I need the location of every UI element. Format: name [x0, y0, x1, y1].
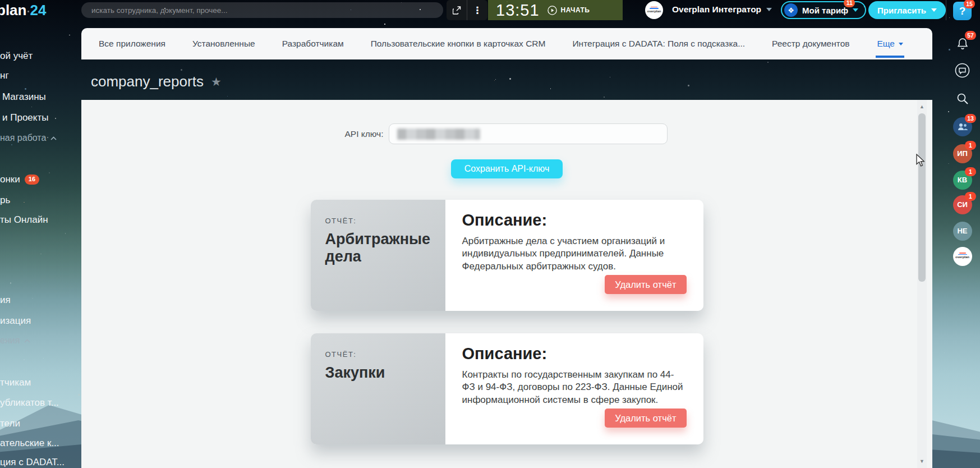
- sidebar-item-telephony[interactable]: ия: [0, 295, 11, 306]
- play-icon: [547, 6, 557, 15]
- page-title-row: company_reports ★: [91, 73, 222, 90]
- chat-contact-ne[interactable]: НЕ: [953, 221, 972, 241]
- worktime-start-label: НАЧАТЬ: [561, 6, 590, 14]
- sidebar-item-calls[interactable]: онки 16: [0, 174, 39, 185]
- overplan-logo-text: overplan: [955, 255, 969, 259]
- topbar-menu-button[interactable]: ⋮: [467, 0, 487, 20]
- api-key-input[interactable]: [389, 123, 668, 144]
- global-search-input[interactable]: [81, 2, 443, 18]
- brand-logo-text: plan: [0, 2, 26, 19]
- sidebar-section-apps[interactable]: ения: [0, 336, 30, 346]
- brand-logo[interactable]: plan24: [0, 2, 46, 19]
- topbar-action-buttons: ⋮: [447, 0, 487, 20]
- my-tariff-button[interactable]: ❖ Мой тариф 11: [781, 1, 866, 19]
- people-icon: [957, 122, 968, 131]
- search-icon: [956, 92, 969, 105]
- save-api-key-button[interactable]: Сохранить API-ключ: [451, 159, 563, 178]
- contact-badge: 1: [965, 167, 976, 176]
- sidebar-section-collab[interactable]: ная работа: [0, 133, 57, 143]
- sidebar-item-automation[interactable]: изация: [0, 315, 31, 327]
- chat-contact-kv[interactable]: КВ 1: [953, 170, 972, 190]
- sidebar-item-marketing[interactable]: нг: [0, 70, 9, 81]
- report-description-heading: Описание:: [462, 211, 687, 230]
- sidebar-item-dadata[interactable]: ция с DADAT...: [0, 457, 65, 468]
- worktime-start-button[interactable]: НАЧАТЬ: [547, 6, 590, 15]
- top-bar: plan24 ⋮ 13:51 НАЧАТЬ: [0, 0, 980, 20]
- notifications-button[interactable]: 57: [953, 34, 972, 53]
- report-title: Закупки: [325, 364, 431, 382]
- favorite-star-icon[interactable]: ★: [211, 76, 222, 88]
- scroll-up-arrow[interactable]: ▲: [917, 102, 927, 111]
- tab-developers[interactable]: Разработчикам: [282, 28, 344, 59]
- report-description: Контракты по государственным закупкам по…: [462, 369, 687, 406]
- chat-contact-overplan[interactable]: overplan: [953, 246, 972, 266]
- sidebar-item-shops[interactable]: Магазины: [2, 91, 46, 103]
- tab-dadata[interactable]: Интеграция с DADATA: Поля с подсказка...: [572, 28, 745, 59]
- sidebar-item-duplicates[interactable]: убликатов т...: [0, 397, 59, 409]
- report-card-right: Описание: Контракты по государственным з…: [445, 333, 703, 444]
- sidebar-item-developers[interactable]: тчикам: [0, 377, 31, 388]
- scroll-down-arrow[interactable]: ▼: [917, 457, 927, 466]
- report-kicker: ОТЧЁТ:: [325, 217, 431, 225]
- page-title: company_reports: [91, 73, 204, 90]
- external-link-icon: [453, 6, 461, 15]
- chevron-down-icon: [853, 8, 858, 12]
- my-tariff-label: Мой тариф: [802, 6, 848, 15]
- app-window: plan24 ⋮ 13:51 НАЧАТЬ: [0, 0, 980, 468]
- chevron-up-icon: [50, 136, 57, 140]
- sidebar-item-calendar[interactable]: рь: [0, 195, 10, 206]
- chevron-down-icon: [931, 8, 937, 12]
- sidebar-item-projects[interactable]: и Проекты: [2, 112, 48, 123]
- delete-report-button[interactable]: Удалить отчёт: [605, 409, 686, 428]
- search-button[interactable]: [953, 89, 972, 108]
- invite-button[interactable]: Пригласить: [868, 1, 946, 19]
- open-in-new-window-button[interactable]: [447, 0, 467, 20]
- messenger-button[interactable]: [953, 61, 972, 80]
- sidebar-item-customers[interactable]: тели: [0, 418, 20, 429]
- contact-badge: 1: [965, 141, 976, 150]
- tab-custom-buttons[interactable]: Пользовательские кнопки в карточках CRM: [371, 28, 546, 59]
- employees-button[interactable]: 13: [953, 117, 972, 136]
- sidebar-counter-badge: 16: [25, 175, 39, 184]
- chat-bubble-icon: [955, 63, 970, 78]
- panel-scrollbar[interactable]: ▲ ▼: [917, 100, 927, 468]
- overplan-logo-text: overplan: [647, 9, 661, 13]
- worktime-widget[interactable]: 13:51 НАЧАТЬ: [488, 0, 623, 20]
- brand-logo-accent: 24: [30, 2, 46, 19]
- chevron-down-icon: [766, 8, 772, 11]
- avatar: overplan: [953, 247, 972, 266]
- tab-all-apps[interactable]: Все приложения: [99, 28, 165, 59]
- report-title: Арбитражные дела: [325, 231, 431, 265]
- tab-doc-registry[interactable]: Реестр документов: [772, 28, 850, 59]
- chevron-up-icon: [24, 339, 30, 343]
- report-kicker: ОТЧЁТ:: [325, 350, 431, 359]
- report-card: ОТЧЁТ: Арбитражные дела Описание: Арбитр…: [311, 200, 703, 311]
- report-card-left: ОТЧЁТ: Арбитражные дела: [311, 200, 445, 311]
- sidebar-item-docs-online[interactable]: ты Онлайн: [0, 214, 48, 226]
- apps-tabs-bar: Все приложения Установленные Разработчик…: [81, 28, 932, 59]
- report-card: ОТЧЁТ: Закупки Описание: Контракты по го…: [311, 333, 703, 444]
- profile-menu[interactable]: Overplan Интегратор: [672, 4, 772, 15]
- app-content-panel: API ключ: Сохранить API-ключ ОТЧЁТ: Арби…: [81, 100, 932, 468]
- user-avatar[interactable]: overplan: [645, 1, 663, 19]
- chat-contact-si[interactable]: СИ 1: [953, 195, 972, 214]
- profile-name: Overplan Интегратор: [672, 4, 761, 15]
- scrollbar-thumb[interactable]: [918, 113, 926, 282]
- employees-badge: 13: [965, 114, 976, 123]
- delete-report-button[interactable]: Удалить отчёт: [605, 275, 686, 294]
- chevron-down-icon: [899, 43, 903, 45]
- chat-contact-ip[interactable]: ИП 1: [953, 144, 972, 163]
- report-card-left: ОТЧЁТ: Закупки: [311, 333, 445, 444]
- tariff-badge: 11: [844, 0, 855, 7]
- sidebar-item-stock[interactable]: ой учёт: [0, 51, 33, 62]
- help-button[interactable]: ? 15: [953, 2, 972, 20]
- api-key-label: API ключ:: [344, 129, 384, 139]
- avatar: НЕ: [953, 222, 972, 241]
- tab-installed[interactable]: Установленные: [192, 28, 255, 59]
- invite-label: Пригласить: [877, 6, 926, 15]
- report-card-right: Описание: Арбитражные дела с участием ор…: [445, 200, 703, 311]
- tab-more[interactable]: Еще: [877, 28, 903, 59]
- sidebar-item-custom-buttons[interactable]: ательские к...: [0, 438, 59, 449]
- help-badge: 15: [964, 0, 975, 8]
- kebab-menu-icon: ⋮: [473, 6, 482, 15]
